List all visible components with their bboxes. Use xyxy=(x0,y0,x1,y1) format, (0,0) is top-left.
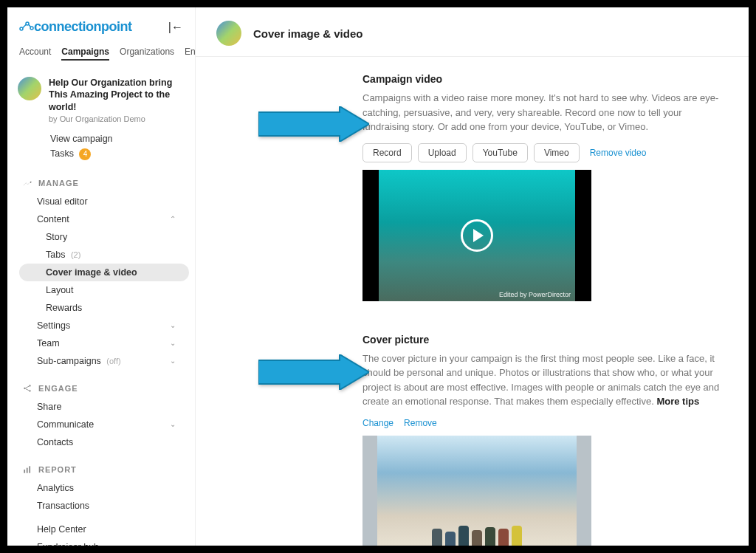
chevron-down-icon: ⌄ xyxy=(170,357,176,365)
menu-rewards[interactable]: Rewards xyxy=(19,299,189,317)
chevron-down-icon: ⌄ xyxy=(170,321,176,329)
menu-settings[interactable]: Settings⌄ xyxy=(19,317,189,334)
collapse-sidebar-icon[interactable]: |← xyxy=(168,21,183,34)
menu-help-center[interactable]: Help Center xyxy=(19,521,189,538)
logo-nodes-icon xyxy=(19,21,34,32)
chevron-up-icon: ⌃ xyxy=(170,215,176,223)
vimeo-button[interactable]: Vimeo xyxy=(534,143,580,162)
tab-organizations[interactable]: Organizations xyxy=(120,47,174,61)
top-tabs: Account Campaigns Organizations Enterpri… xyxy=(7,38,195,66)
video-heading: Campaign video xyxy=(362,73,728,85)
menu-transactions[interactable]: Transactions xyxy=(19,497,189,515)
view-campaign-link[interactable]: View campaign xyxy=(50,134,183,144)
svg-rect-8 xyxy=(29,466,30,473)
campaign-byline: by Our Organization Demo xyxy=(49,114,185,123)
record-button[interactable]: Record xyxy=(362,143,412,162)
campaign-title: Help Our Organization bring This Amazing… xyxy=(49,77,185,113)
cover-heading: Cover picture xyxy=(362,334,728,346)
menu-cover-image-video[interactable]: Cover image & video xyxy=(19,264,189,281)
tab-account[interactable]: Account xyxy=(19,47,51,61)
upload-button[interactable]: Upload xyxy=(418,143,467,162)
sidebar: connectionpoint |← Account Campaigns Org… xyxy=(7,7,196,546)
tab-campaigns[interactable]: Campaigns xyxy=(61,47,109,61)
chevron-down-icon: ⌄ xyxy=(170,420,176,428)
chevron-down-icon: ⌄ xyxy=(170,339,176,347)
brand-logo[interactable]: connectionpoint xyxy=(19,19,131,35)
menu-communicate[interactable]: Communicate⌄ xyxy=(19,416,189,433)
video-credit: Edited by PowerDirector xyxy=(499,291,571,298)
section-engage: ENGAGE xyxy=(7,370,195,398)
menu-story[interactable]: Story xyxy=(19,228,189,246)
menu-share[interactable]: Share xyxy=(19,398,189,416)
video-description: Campaigns with a video raise more money.… xyxy=(362,91,728,134)
menu-visual-editor[interactable]: Visual editor xyxy=(19,193,189,210)
video-preview[interactable]: Edited by PowerDirector xyxy=(362,170,591,301)
main-content: Cover image & video Campaign video Campa… xyxy=(196,7,749,546)
remove-video-link[interactable]: Remove video xyxy=(590,148,647,158)
menu-tabs[interactable]: Tabs (2) xyxy=(19,246,189,264)
svg-rect-7 xyxy=(27,467,28,473)
svg-point-4 xyxy=(29,385,30,386)
cover-description: The cover picture in your campaign is th… xyxy=(362,351,728,409)
bar-chart-icon xyxy=(22,464,32,475)
campaign-avatar xyxy=(18,77,41,100)
menu-content[interactable]: Content⌃ xyxy=(19,210,189,228)
menu-subcampaigns[interactable]: Sub-campaigns (off)⌄ xyxy=(19,352,189,370)
section-report: REPORT xyxy=(7,451,195,479)
page-title: Cover image & video xyxy=(253,27,362,40)
svg-rect-6 xyxy=(24,470,25,473)
menu-analytics[interactable]: Analytics xyxy=(19,479,189,497)
section-manage: MANAGE xyxy=(7,165,195,193)
tab-enterprise[interactable]: Enterprise xyxy=(185,47,196,61)
header-avatar xyxy=(216,21,241,46)
menu-contacts[interactable]: Contacts xyxy=(19,433,189,451)
tasks-link[interactable]: Tasks 4 xyxy=(50,148,183,160)
more-tips-link[interactable]: More tips xyxy=(656,396,699,407)
menu-layout[interactable]: Layout xyxy=(19,281,189,299)
svg-point-3 xyxy=(24,388,25,389)
cover-preview[interactable] xyxy=(362,436,591,546)
tasks-badge: 4 xyxy=(79,148,91,160)
remove-cover-link[interactable]: Remove xyxy=(404,418,437,428)
page-header: Cover image & video xyxy=(196,7,749,57)
svg-point-5 xyxy=(29,390,30,391)
change-cover-link[interactable]: Change xyxy=(362,418,394,428)
share-icon xyxy=(22,383,32,394)
current-campaign: Help Our Organization bring This Amazing… xyxy=(7,66,195,128)
video-button-row: Record Upload YouTube Vimeo Remove video xyxy=(362,143,728,162)
cover-image-content xyxy=(432,526,522,546)
tools-icon xyxy=(22,178,32,188)
menu-fundraiser-hub[interactable]: Fundraiser hub xyxy=(19,538,189,546)
youtube-button[interactable]: YouTube xyxy=(472,143,528,162)
play-icon[interactable] xyxy=(461,219,493,252)
menu-team[interactable]: Team⌄ xyxy=(19,334,189,352)
